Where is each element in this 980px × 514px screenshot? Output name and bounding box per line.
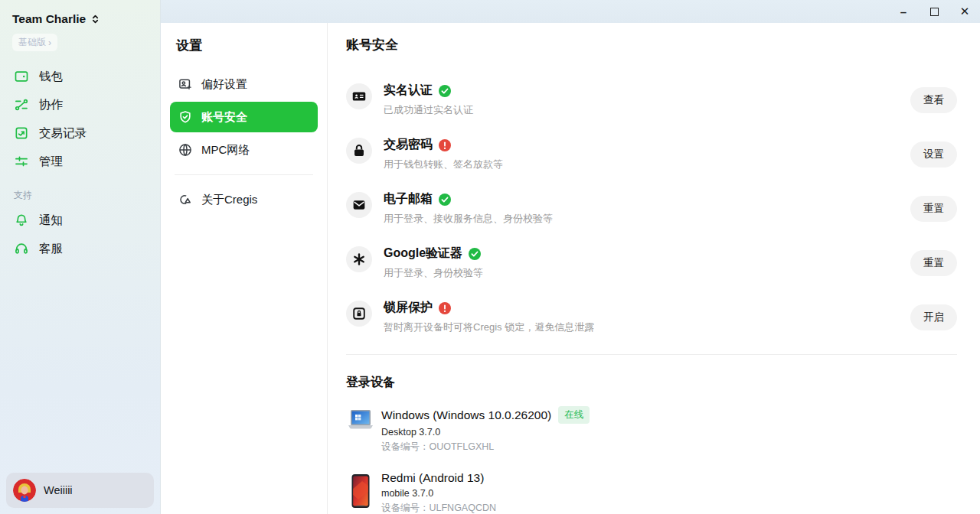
verified-badge (439, 85, 451, 97)
user-name: Weiiiii (44, 484, 73, 496)
sidebar-nav: 钱包 协作 交易记录 管理 (0, 66, 160, 172)
security-item-title: Google验证器 (384, 246, 462, 262)
sidebar-item-label: 钱包 (39, 69, 63, 85)
sliders-icon (14, 154, 29, 169)
minimize-button[interactable]: – (888, 0, 919, 23)
reset-authenticator-button[interactable]: 重置 (910, 250, 957, 276)
laptop-icon (346, 408, 375, 431)
chevron-right-icon: › (48, 37, 51, 48)
bell-icon (14, 213, 29, 228)
device-id: 设备编号：ULFNGAQCDN (381, 502, 496, 514)
sidebar-item-label: 协作 (39, 97, 63, 113)
sidebar-item-label: 通知 (39, 213, 63, 229)
security-item-title: 实名认证 (384, 83, 433, 99)
settings-item-account-security[interactable]: 账号安全 (170, 102, 318, 132)
section-divider (346, 354, 957, 355)
security-item-realname: 实名认证 已成功通过实名认证 查看 (346, 83, 957, 117)
collaboration-icon (14, 97, 29, 112)
sidebar-item-label: 交易记录 (39, 125, 87, 142)
security-item-title: 锁屏保护 (384, 300, 433, 316)
minimize-icon: – (900, 5, 906, 18)
warning-badge (439, 302, 451, 314)
reset-email-button[interactable]: 重置 (910, 196, 957, 222)
device-id-value: ULFNGAQCDN (430, 503, 497, 513)
security-item-screen-lock: 锁屏保护 暂时离开设备时可将Cregis 锁定，避免信息泄露 开启 (346, 300, 957, 334)
settings-item-about-cregis[interactable]: 关于Cregis (170, 188, 318, 211)
chevron-updown-icon (91, 14, 100, 24)
support-section-label: 支持 (14, 189, 146, 202)
sidebar-item-wallet[interactable]: 钱包 (0, 66, 160, 87)
plan-badge-label: 基础版 (18, 36, 46, 49)
close-button[interactable]: ✕ (949, 0, 980, 23)
security-item-desc: 用于登录、接收服务信息、身份校验等 (384, 212, 910, 226)
close-icon: ✕ (960, 5, 970, 18)
page-title: 账号安全 (346, 36, 957, 54)
globe-icon (178, 142, 193, 158)
android-phone-icon (346, 473, 375, 509)
sidebar-item-label: 客服 (39, 241, 63, 257)
verified-badge (469, 248, 481, 260)
security-item-desc: 暂时离开设备时可将Cregis 锁定，避免信息泄露 (384, 320, 910, 334)
warning-badge (439, 139, 451, 151)
cregis-logo-icon (178, 192, 193, 207)
window-titlebar (161, 0, 980, 23)
security-item-desc: 用于钱包转账、签名放款等 (384, 158, 910, 171)
security-item-google-authenticator: Google验证器 用于登录、身份校验等 重置 (346, 246, 957, 280)
team-switcher[interactable]: Team Charlie (0, 11, 160, 28)
device-row-windows: Windows (Windows 10.0.26200) 在线 Desktop … (346, 406, 957, 454)
sidebar-item-notifications[interactable]: 通知 (0, 210, 160, 231)
user-preferences-icon (178, 76, 193, 92)
security-item-desc: 用于登录、身份校验等 (384, 266, 910, 280)
headphones-icon (14, 241, 29, 256)
enable-button[interactable]: 开启 (910, 304, 957, 330)
device-name: Windows (Windows 10.0.26200) (381, 408, 551, 422)
device-version: mobile 3.7.0 (381, 488, 496, 499)
sidebar-item-management[interactable]: 管理 (0, 151, 160, 172)
avatar (13, 479, 36, 502)
id-card-icon (346, 83, 372, 109)
plan-badge[interactable]: 基础版 › (12, 34, 57, 51)
window-controls: – ✕ (888, 0, 980, 23)
security-item-desc: 已成功通过实名认证 (384, 103, 910, 117)
verified-badge (439, 194, 451, 206)
view-button[interactable]: 查看 (910, 87, 957, 113)
settings-item-label: 关于Cregis (201, 193, 257, 207)
security-item-title: 电子邮箱 (384, 191, 433, 207)
settings-item-label: 偏好设置 (201, 77, 247, 92)
security-item-title: 交易密码 (384, 137, 433, 153)
device-id: 设备编号：OUOTFLGXHL (381, 441, 590, 454)
screen-lock-icon (346, 301, 372, 327)
settings-divider (175, 174, 313, 175)
sidebar-item-collaboration[interactable]: 协作 (0, 94, 160, 115)
settings-item-label: MPC网络 (201, 143, 250, 158)
maximize-button[interactable] (919, 0, 949, 23)
security-item-email: 电子邮箱 用于登录、接收服务信息、身份校验等 重置 (346, 191, 957, 226)
login-devices-title: 登录设备 (346, 375, 957, 391)
settings-panel: 设置 偏好设置 账号安全 MPC网络 关于Cregis (161, 23, 328, 514)
settings-item-preferences[interactable]: 偏好设置 (170, 73, 318, 96)
maximize-icon (930, 8, 939, 16)
device-name: Redmi (Android 13) (381, 471, 484, 485)
wallet-icon (14, 69, 29, 84)
online-badge: 在线 (558, 406, 590, 424)
user-profile-bar[interactable]: Weiiiii (6, 473, 154, 508)
sidebar-item-label: 管理 (39, 154, 63, 170)
settings-item-label: 账号安全 (201, 110, 247, 125)
sidebar-item-customer-service[interactable]: 客服 (0, 238, 160, 259)
settings-item-mpc-network[interactable]: MPC网络 (170, 138, 318, 161)
account-security-panel: 账号安全 实名认证 已成功通过实名认证 查看 (328, 23, 980, 514)
device-id-label: 设备编号： (381, 503, 430, 513)
security-item-trade-password: 交易密码 用于钱包转账、签名放款等 设置 (346, 137, 957, 171)
transaction-records-icon (14, 125, 29, 141)
envelope-icon (346, 192, 372, 218)
device-row-redmi: Redmi (Android 13) mobile 3.7.0 设备编号：ULF… (346, 471, 957, 514)
sidebar: Team Charlie 基础版 › 钱包 协作 交易记录 (0, 0, 161, 514)
set-button[interactable]: 设置 (910, 142, 957, 168)
settings-title: 设置 (170, 35, 318, 67)
asterisk-icon (346, 246, 372, 272)
sidebar-item-transactions[interactable]: 交易记录 (0, 122, 160, 144)
device-id-label: 设备编号： (381, 441, 430, 452)
team-name: Team Charlie (12, 12, 86, 26)
lock-icon (346, 138, 372, 164)
device-id-value: OUOTFLGXHL (430, 441, 495, 452)
